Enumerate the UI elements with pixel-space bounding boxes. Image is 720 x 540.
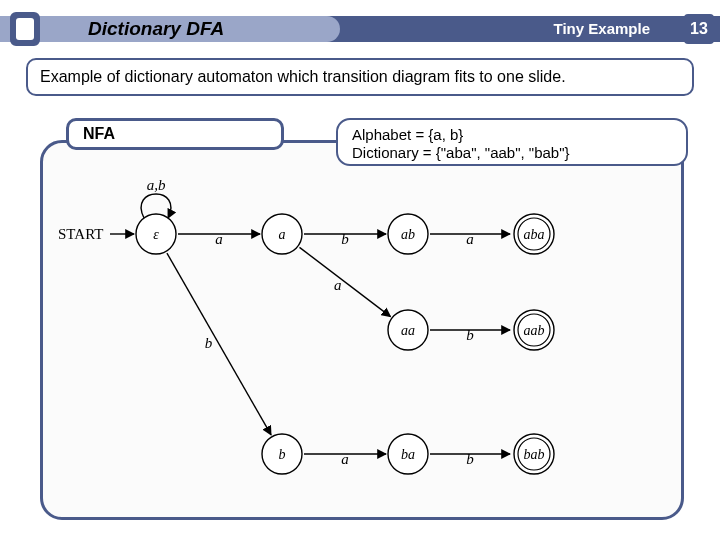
info-dictionary: Dictionary = {"aba", "aab", "bab"} [352,144,672,162]
self-loop-label: a,b [147,177,166,193]
edge-label: a [341,451,349,467]
state-a: a [262,214,302,254]
state-label: aab [524,323,545,338]
state-label: ba [401,447,415,462]
edge-label: a [215,231,223,247]
state-eps: ε [136,214,176,254]
state-bab: bab [514,434,554,474]
state-aab: aab [514,310,554,350]
panel-tab-label: NFA [83,125,115,143]
slide-subtitle: Tiny Example [554,20,650,37]
start-label: START [58,226,103,242]
page-number-box: 13 [684,14,714,44]
page-number: 13 [690,20,708,38]
state-aa: aa [388,310,428,350]
edge-label: b [466,451,474,467]
caption-box: Example of dictionary automaton which tr… [26,58,694,96]
state-label: b [279,447,286,462]
state-label: aba [524,227,545,242]
state-b: b [262,434,302,474]
panel-tab: NFA [66,118,284,150]
state-label: aa [401,323,415,338]
state-label: ab [401,227,415,242]
state-ab: ab [388,214,428,254]
state-label: ε [153,227,159,242]
caption-text: Example of dictionary automaton which tr… [40,68,566,86]
slide-title: Dictionary DFA [88,18,224,40]
state-label: a [279,227,286,242]
edge-label: b [341,231,349,247]
slide-icon [10,12,40,46]
state-aba: aba [514,214,554,254]
edge-label: a [334,277,342,293]
state-ba: ba [388,434,428,474]
info-box: Alphabet = {a, b} Dictionary = {"aba", "… [336,118,688,166]
edge [167,253,271,435]
edge-label: b [205,335,213,351]
nfa-diagram: STARTa,babaabbabεaababaaaaabbbabab [46,172,678,512]
edge-label: b [466,327,474,343]
edge [299,247,390,316]
state-label: bab [524,447,545,462]
edge-label: a [466,231,474,247]
info-alphabet: Alphabet = {a, b} [352,126,672,144]
